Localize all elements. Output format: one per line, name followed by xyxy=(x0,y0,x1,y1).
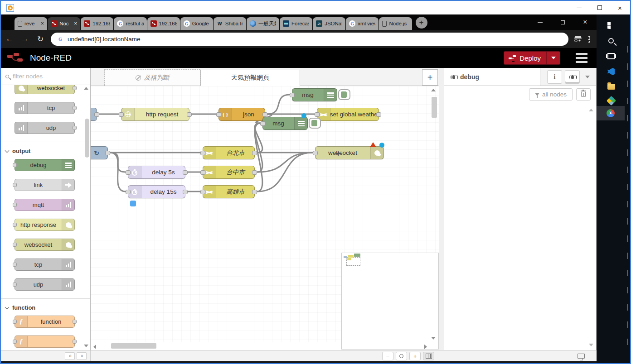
navigator-toggle-button[interactable] xyxy=(423,352,434,360)
browser-tab[interactable]: Gxml viev xyxy=(346,17,379,30)
deploy-button[interactable]: Deploy xyxy=(504,51,560,65)
flow-node-json[interactable]: json xyxy=(218,108,265,121)
node-output-port[interactable] xyxy=(252,190,257,194)
canvas-hscrollbar-thumb[interactable] xyxy=(111,343,156,349)
node-input-port[interactable] xyxy=(13,320,17,324)
node-output-port[interactable] xyxy=(252,170,257,175)
flow-node-ws[interactable]: websocket xyxy=(315,146,384,159)
node-input-port[interactable] xyxy=(13,223,17,227)
browser-restore-button[interactable] xyxy=(551,14,574,30)
node-input-port[interactable] xyxy=(13,243,17,247)
tab-debug[interactable]: debug xyxy=(444,68,540,86)
browser-tab[interactable]: reve× xyxy=(15,17,47,30)
node-input-port[interactable] xyxy=(216,112,221,117)
debug-clear-button[interactable] xyxy=(576,88,591,101)
address-bar[interactable]: G undefined[0].locationName xyxy=(51,33,568,46)
node-input-port[interactable] xyxy=(13,340,17,344)
tab-close-icon[interactable]: × xyxy=(74,21,77,26)
node-output-port[interactable] xyxy=(94,112,99,117)
sidebar-info-button[interactable]: i xyxy=(547,70,562,84)
zoom-in-button[interactable]: + xyxy=(409,352,421,360)
browser-tab[interactable]: 一般天氣 xyxy=(247,17,279,30)
sidebar-scroll-up[interactable] xyxy=(589,109,593,111)
node-input-port[interactable] xyxy=(313,151,318,155)
new-tab-button[interactable]: + xyxy=(416,17,427,29)
node-input-port[interactable] xyxy=(290,93,295,97)
browser-tab[interactable]: GGoogle xyxy=(180,17,213,30)
node-input-port[interactable] xyxy=(13,203,17,207)
navigator-minimap[interactable] xyxy=(341,253,439,350)
node-input-port[interactable] xyxy=(13,183,17,187)
taskbar-task-view-icon[interactable] xyxy=(601,49,621,63)
wire-sw2-to-ws[interactable] xyxy=(257,153,313,172)
canvas-scroll-down[interactable] xyxy=(431,337,436,340)
palette-section-output[interactable]: output xyxy=(1,142,90,159)
browser-close-button[interactable]: × xyxy=(574,14,597,30)
add-flow-button[interactable]: + xyxy=(422,69,438,86)
taskbar-file-explorer-icon[interactable] xyxy=(601,79,621,94)
node-output-port[interactable] xyxy=(73,320,77,324)
flow-node-delay1[interactable]: delay 5s xyxy=(128,166,185,179)
flow-node-sw1[interactable]: 台北市 xyxy=(203,146,255,159)
node-input-port[interactable] xyxy=(260,121,265,126)
tab-close-icon[interactable]: × xyxy=(41,21,44,26)
taskbar-chrome-icon[interactable] xyxy=(597,106,625,120)
node-output-port[interactable] xyxy=(73,106,77,110)
canvas-scroll-up[interactable] xyxy=(431,89,436,91)
flow-node-change[interactable]: set global.weather xyxy=(317,108,379,121)
taskbar-vscode-icon[interactable] xyxy=(601,64,621,79)
node-input-port[interactable] xyxy=(315,112,320,117)
canvas-scroll-left[interactable] xyxy=(93,345,96,349)
flow-node-delay2[interactable]: delay 15s xyxy=(128,185,185,198)
node-output-port[interactable] xyxy=(376,112,381,117)
zoom-reset-button[interactable] xyxy=(396,352,407,360)
flow-node-inject2[interactable] xyxy=(91,146,108,159)
sidebar-splitter[interactable] xyxy=(439,68,444,350)
node-input-port[interactable] xyxy=(200,170,205,175)
canvas-vscrollbar-thumb[interactable] xyxy=(432,97,437,118)
browser-tab[interactable]: WShiba In xyxy=(214,17,246,30)
node-output-port[interactable] xyxy=(73,86,77,90)
host-maximize-button[interactable] xyxy=(589,1,610,14)
palette-section-function[interactable]: function xyxy=(1,298,90,316)
sidebar-expand-caret[interactable] xyxy=(582,76,592,78)
flow-node-sw2[interactable]: 台中市 xyxy=(203,166,255,179)
browser-minimize-button[interactable] xyxy=(529,14,551,30)
refresh-button[interactable]: ↻ xyxy=(34,32,47,46)
browser-tab[interactable]: Forecas xyxy=(280,17,312,30)
node-output-port[interactable] xyxy=(183,170,188,175)
flow-node-msg2[interactable]: msg xyxy=(262,117,308,130)
open-window-icon[interactable] xyxy=(578,354,585,359)
taskbar-start-icon[interactable] xyxy=(601,18,621,33)
node-input-port[interactable] xyxy=(13,263,17,267)
main-menu-icon[interactable] xyxy=(574,52,589,64)
debug-toggle-button[interactable] xyxy=(309,118,321,129)
collapse-all-button[interactable]: » xyxy=(65,352,75,360)
browser-tab[interactable]: J:JSONat xyxy=(313,17,345,30)
node-output-port[interactable] xyxy=(73,340,77,344)
browser-tab[interactable]: 192.168 xyxy=(81,17,113,30)
node-output-port[interactable] xyxy=(105,151,110,155)
palette-scrollbar-thumb[interactable] xyxy=(85,119,89,158)
node-output-port[interactable] xyxy=(252,151,257,155)
node-input-port[interactable] xyxy=(200,151,205,155)
node-input-port[interactable] xyxy=(126,170,131,175)
debug-toggle-button[interactable] xyxy=(338,89,350,100)
palette-scroll-up[interactable] xyxy=(84,87,88,90)
node-output-port[interactable] xyxy=(183,190,188,194)
node-output-port[interactable] xyxy=(73,126,77,130)
browser-tab[interactable]: Grestful a xyxy=(114,17,146,30)
palette-node-udp[interactable]: udp xyxy=(15,278,75,291)
back-button[interactable]: ← xyxy=(3,32,16,46)
flow-node-http[interactable]: http request xyxy=(121,108,189,121)
browser-tab[interactable]: 192.168 xyxy=(147,17,180,30)
node-input-port[interactable] xyxy=(119,112,124,117)
host-minimize-button[interactable] xyxy=(569,1,589,14)
browser-tab[interactable]: Node.js xyxy=(379,17,412,30)
flow-node-msg1[interactable]: msg xyxy=(292,88,337,101)
node-input-port[interactable] xyxy=(13,283,17,287)
flow-tab-天氣預報網頁[interactable]: 天氣預報網頁 xyxy=(200,70,300,86)
palette-node-debug[interactable]: debug xyxy=(15,159,75,171)
node-input-port[interactable] xyxy=(200,190,205,194)
deploy-options-caret[interactable] xyxy=(546,52,560,64)
